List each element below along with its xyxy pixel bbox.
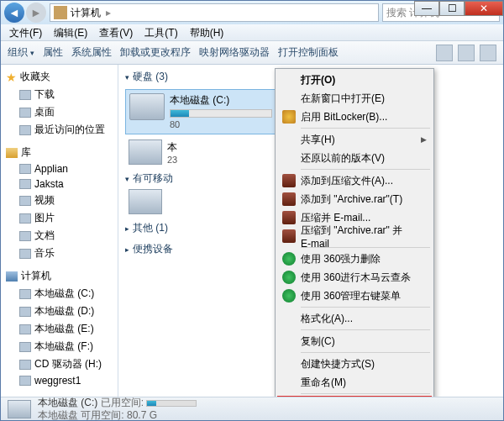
ctx-restore-previous[interactable]: 还原以前的版本(V)	[277, 149, 432, 167]
ctx-create-shortcut[interactable]: 创建快捷方式(S)	[277, 355, 432, 373]
sidebar-libraries-header[interactable]: 库	[1, 144, 118, 161]
sidebar-computer-header[interactable]: 计算机	[1, 267, 118, 285]
folder-icon	[19, 213, 31, 224]
folder-icon	[19, 164, 31, 174]
minimize-button[interactable]: —	[414, 1, 439, 16]
sidebar-item-recent[interactable]: 最近访问的位置	[1, 121, 118, 139]
360-icon	[282, 271, 296, 284]
sidebar-item-documents[interactable]: 文档	[1, 227, 118, 245]
ctx-360-menu[interactable]: 使用 360管理右键菜单	[277, 287, 432, 305]
disk-icon	[19, 307, 31, 317]
removable-icon	[129, 189, 162, 214]
folder-icon	[19, 376, 31, 386]
hard-disk-icon	[129, 139, 162, 165]
space-bar	[170, 109, 272, 118]
sidebar-favorites-header[interactable]: ★收藏夹	[1, 68, 118, 86]
collapse-icon: ▾	[125, 175, 129, 183]
sidebar-item-downloads[interactable]: 下载	[1, 86, 118, 103]
collapse-icon: ▾	[125, 73, 129, 82]
sidebar-item-videos[interactable]: 视频	[1, 192, 118, 209]
toolbar-map-network-drive[interactable]: 映射网络驱动器	[199, 45, 270, 60]
toolbar-uninstall[interactable]: 卸载或更改程序	[120, 45, 191, 60]
explorer-window: — ☐ ✕ ◄ ► 计算机 ▸ 搜索 计算机 文件(F) 编辑(E) 查看(V)…	[0, 0, 504, 421]
disk-icon	[19, 324, 31, 334]
computer-icon	[54, 6, 67, 19]
ctx-add-archive[interactable]: 添加到压缩文件(A)...	[277, 171, 432, 190]
statusbar: 本地磁盘 (C:) 已用空间: 本地磁盘 可用空间: 80.7 G	[1, 397, 503, 420]
toolbar-organize[interactable]: 组织	[8, 45, 34, 60]
body: ★收藏夹 下载 桌面 最近访问的位置 库 Applian Jaksta 视频 图…	[1, 65, 503, 397]
sidebar-item-disk-f[interactable]: 本地磁盘 (F:)	[1, 338, 118, 355]
preview-pane-icon[interactable]	[458, 45, 475, 61]
toolbar-properties[interactable]: 属性	[43, 45, 63, 60]
library-icon	[6, 148, 18, 158]
separator	[301, 329, 430, 330]
menubar: 文件(F) 编辑(E) 查看(V) 工具(T) 帮助(H)	[1, 24, 503, 41]
toolbar: 组织 属性 系统属性 卸载或更改程序 映射网络驱动器 打开控制面板	[1, 41, 503, 65]
close-button[interactable]: ✕	[465, 1, 503, 16]
menu-file[interactable]: 文件(F)	[4, 24, 47, 40]
sidebar-item-disk-d[interactable]: 本地磁盘 (D:)	[1, 303, 118, 320]
menu-tools[interactable]: 工具(T)	[139, 24, 182, 40]
help-icon[interactable]	[480, 45, 496, 61]
hard-disk-icon	[129, 93, 165, 120]
ctx-360-delete[interactable]: 使用 360强力删除	[277, 250, 432, 268]
drive-c[interactable]: 本地磁盘 (C:) 80	[125, 89, 276, 134]
space-bar	[146, 400, 197, 407]
separator	[301, 393, 430, 394]
ctx-copy[interactable]: 复制(C)	[277, 332, 432, 350]
ctx-open-new-window[interactable]: 在新窗口中打开(E)	[277, 89, 432, 108]
menu-edit[interactable]: 编辑(E)	[49, 24, 92, 40]
menu-help[interactable]: 帮助(H)	[185, 24, 229, 40]
maximize-button[interactable]: ☐	[439, 1, 465, 16]
disk-icon	[19, 342, 31, 352]
toolbar-control-panel[interactable]: 打开控制面板	[278, 45, 339, 60]
separator	[301, 307, 430, 308]
nav-back-button[interactable]: ◄	[4, 3, 24, 23]
address-bar[interactable]: 计算机 ▸	[50, 3, 379, 22]
computer-icon	[6, 271, 18, 282]
sidebar-item-cd-drive[interactable]: CD 驱动器 (H:)	[1, 355, 118, 373]
submenu-arrow-icon: ▶	[421, 135, 427, 144]
sidebar-item-disk-e[interactable]: 本地磁盘 (E:)	[1, 320, 118, 338]
ctx-zip-email-to[interactable]: 压缩到 "Archive.rar" 并 E-mail	[277, 227, 432, 245]
folder-icon	[19, 231, 31, 241]
ctx-bitlocker[interactable]: 启用 BitLocker(B)...	[277, 108, 432, 126]
rar-icon	[282, 192, 296, 206]
sidebar-item-music[interactable]: 音乐	[1, 245, 118, 262]
view-mode-icon[interactable]	[436, 45, 453, 61]
ctx-open[interactable]: 打开(O)	[277, 71, 432, 89]
ctx-add-to-archive[interactable]: 添加到 "Archive.rar"(T)	[277, 190, 432, 208]
sidebar-item-jaksta[interactable]: Jaksta	[1, 176, 118, 192]
sidebar: ★收藏夹 下载 桌面 最近访问的位置 库 Applian Jaksta 视频 图…	[1, 65, 118, 397]
folder-icon	[19, 196, 31, 206]
folder-icon	[19, 90, 31, 100]
collapse-icon: ▸	[125, 245, 129, 254]
sidebar-item-weggrest1[interactable]: weggrest1	[1, 373, 118, 388]
sidebar-item-pictures[interactable]: 图片	[1, 209, 118, 227]
folder-icon	[19, 179, 31, 189]
sidebar-item-desktop[interactable]: 桌面	[1, 103, 118, 121]
ctx-format[interactable]: 格式化(A)...	[277, 309, 432, 328]
nav-forward-button[interactable]: ►	[26, 3, 46, 23]
rar-icon	[282, 174, 296, 187]
toolbar-system-properties[interactable]: 系统属性	[71, 45, 112, 60]
sidebar-item-disk-c[interactable]: 本地磁盘 (C:)	[1, 285, 118, 303]
rar-icon	[282, 211, 296, 224]
breadcrumb-arrow-icon: ▸	[106, 7, 111, 18]
context-menu: 打开(O) 在新窗口中打开(E) 启用 BitLocker(B)... 共享(H…	[275, 68, 434, 397]
disk-icon	[19, 289, 31, 299]
menu-view[interactable]: 查看(V)	[94, 24, 138, 40]
address-text: 计算机	[71, 6, 101, 20]
hard-disk-icon	[8, 400, 31, 418]
sidebar-item-applian[interactable]: Applian	[1, 161, 118, 176]
folder-icon	[19, 249, 31, 259]
separator	[301, 352, 430, 353]
window-controls: — ☐ ✕	[414, 1, 503, 16]
folder-icon	[19, 108, 31, 118]
ctx-share[interactable]: 共享(H)▶	[277, 130, 432, 149]
ctx-rename[interactable]: 重命名(M)	[277, 373, 432, 392]
360-icon	[282, 252, 296, 266]
ctx-360-scan[interactable]: 使用 360进行木马云查杀	[277, 268, 432, 287]
ctx-properties[interactable]: 属性(R)	[277, 396, 432, 397]
